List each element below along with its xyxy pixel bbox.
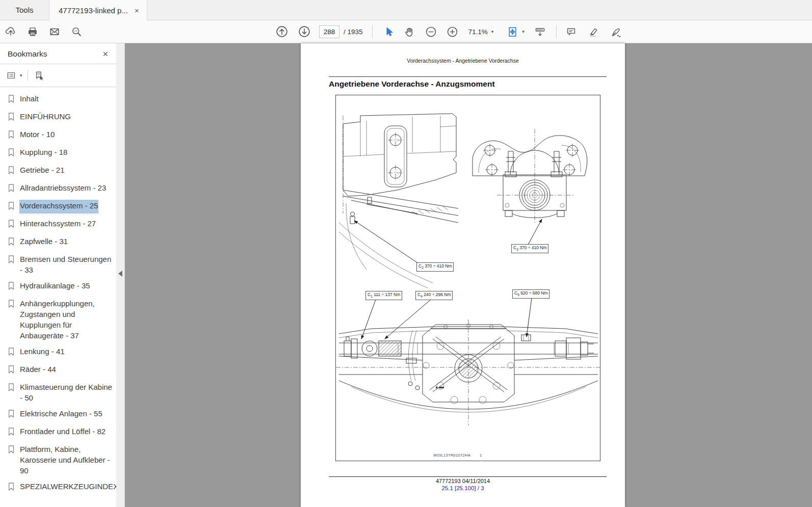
chevron-down-icon: ▾ <box>522 29 525 34</box>
footer-rule <box>329 476 607 477</box>
collapse-panel-icon[interactable] <box>118 271 122 277</box>
chevron-down-icon: ▾ <box>491 29 494 34</box>
print-button[interactable] <box>24 23 41 40</box>
zoom-out-button[interactable] <box>423 23 440 40</box>
torque-callout-c4: C4 240 ÷ 296 Nm <box>415 291 453 300</box>
bookmark-label: EINFÜHRUNG <box>20 111 71 124</box>
tab-tools[interactable]: Tools <box>0 0 49 20</box>
bookmark-item[interactable]: Frontlader und Löffel - 82 <box>0 423 116 441</box>
comment-bubble-icon <box>565 26 577 38</box>
footer-revision: 47772193 04/11/2014 <box>301 478 625 484</box>
zoom-level-dropdown[interactable]: 71.1% ▾ <box>468 28 494 36</box>
page-number-input[interactable] <box>319 25 339 38</box>
close-tab-icon[interactable]: × <box>133 6 141 15</box>
chevron-down-icon: ▾ <box>20 73 22 78</box>
document-canvas[interactable]: Vorderachssystem - Angetriebene Vorderac… <box>125 43 812 507</box>
running-header: Vorderachssystem - Angetriebene Vorderac… <box>301 58 625 64</box>
bookmark-item[interactable]: Anhängerkupplungen, Zugstangen und Kuppl… <box>0 296 116 343</box>
bookmark-item[interactable]: Allradantriebssystem - 23 <box>0 180 116 198</box>
email-button[interactable] <box>46 23 63 40</box>
bookmark-item[interactable]: Bremsen und Steuerungen - 33 <box>0 251 116 278</box>
torque-callout-c1: C1 111 ÷ 137 Nm <box>365 291 402 300</box>
bookmark-item[interactable]: Getriebe - 21 <box>0 162 116 180</box>
bookmark-label: Plattform, Kabine, Karosserie und Aufkle… <box>20 444 112 476</box>
figure-caption: MOIL13TR01072HA1 <box>336 453 580 458</box>
axle-assembly-drawing <box>336 319 601 425</box>
sign-button[interactable] <box>608 23 625 40</box>
hand-tool-button[interactable] <box>401 23 418 40</box>
bookmark-item[interactable]: Hinterachssystem - 27 <box>0 216 116 233</box>
bookmark-list: Inhalt EINFÜHRUNG Motor - 10 Kupplung - … <box>0 87 116 507</box>
comment-button[interactable] <box>563 23 580 40</box>
fit-page-dropdown[interactable]: ▾ <box>507 26 525 38</box>
tab-document-label: 47772193-linked p... <box>59 6 128 15</box>
hide-toolbar-button[interactable] <box>532 23 549 40</box>
bookmark-item[interactable]: Vorderachssystem - 25 <box>0 198 116 216</box>
goto-current-bookmark-button[interactable] <box>33 69 46 82</box>
tab-document[interactable]: 47772193-linked p... × <box>49 0 147 20</box>
next-page-button[interactable] <box>296 23 313 40</box>
bookmark-item[interactable]: EINFÜHRUNG <box>0 109 116 126</box>
bookmark-label: Vorderachssystem - 25 <box>20 200 98 213</box>
bookmark-icon <box>8 201 15 213</box>
bookmark-item[interactable]: Zapfwelle - 31 <box>0 233 116 251</box>
bookmark-icon <box>8 299 15 341</box>
bookmark-icon <box>8 365 15 377</box>
search-icon <box>71 26 82 37</box>
bookmark-icon <box>8 148 15 159</box>
bookmark-item[interactable]: Kupplung - 18 <box>0 144 116 162</box>
bookmark-label: Bremsen und Steuerungen - 33 <box>20 254 112 275</box>
panel-collapse-rail[interactable] <box>116 43 125 507</box>
highlighter-icon <box>588 26 599 38</box>
printer-icon <box>27 26 38 37</box>
bookmark-item[interactable]: Plattform, Kabine, Karosserie und Aufkle… <box>0 441 116 478</box>
search-button[interactable] <box>68 23 85 40</box>
header-rule <box>329 76 607 77</box>
panel-separator <box>28 70 28 81</box>
bookmark-label: Frontlader und Löffel - 82 <box>20 426 106 439</box>
fit-page-icon <box>507 26 518 38</box>
bookmark-item[interactable]: Hydraulikanlage - 35 <box>0 278 116 296</box>
bookmark-icon <box>8 94 15 106</box>
pdf-page: Vorderachssystem - Angetriebene Vorderac… <box>301 43 625 507</box>
page-title: Angetriebene Vorderachse - Anzugsmoment <box>329 79 495 89</box>
bookmark-label: Hinterachssystem - 27 <box>20 218 96 231</box>
bookmark-item[interactable]: Elektrische Anlagen - 55 <box>0 406 116 423</box>
bookmark-label: Elektrische Anlagen - 55 <box>20 408 102 421</box>
bookmarks-panel: Bookmarks × ▾ <box>0 43 116 507</box>
select-cursor-icon <box>383 26 394 37</box>
bookmark-icon <box>8 409 15 421</box>
bookmark-item[interactable]: Lenkung - 41 <box>0 343 116 361</box>
side-view-drawing <box>339 114 458 288</box>
bookmark-item[interactable]: Motor - 10 <box>0 126 116 144</box>
bookmark-options-button[interactable]: ▾ <box>6 70 22 81</box>
technical-drawing <box>336 95 601 461</box>
bookmark-item[interactable]: Räder - 44 <box>0 361 116 379</box>
previous-page-button[interactable] <box>273 23 291 40</box>
highlight-button[interactable] <box>585 23 603 40</box>
bookmark-label: Anhängerkupplungen, Zugstangen und Kuppl… <box>20 298 112 341</box>
select-tool-button[interactable] <box>380 23 397 40</box>
bookmark-icon <box>8 130 15 142</box>
page-total-label: / 1935 <box>344 28 363 36</box>
bookmark-label: Lenkung - 41 <box>20 346 65 359</box>
close-panel-icon[interactable]: × <box>102 49 108 59</box>
bookmark-icon <box>8 347 15 359</box>
callout-leader-lines <box>354 219 542 339</box>
torque-callout-c2: C2 370 ÷ 410 Nm <box>416 262 454 272</box>
bookmark-icon <box>8 255 15 275</box>
bookmark-item[interactable]: SPEZIALWERKZEUGINDEX <box>0 478 116 496</box>
bookmark-icon <box>8 482 15 494</box>
figure-frame: C2 370 ÷ 410 Nm C3 370 ÷ 410 Nm C1 111 ÷… <box>335 95 600 461</box>
bookmark-label: Hydraulikanlage - 35 <box>20 280 90 293</box>
bookmark-item[interactable]: Inhalt <box>0 91 116 109</box>
toolbar-separator <box>556 25 557 38</box>
bookmark-label: SPEZIALWERKZEUGINDEX <box>20 481 112 494</box>
share-upload-button[interactable] <box>2 23 19 40</box>
bookmark-item[interactable]: Klimasteuerung der Kabine - 50 <box>0 379 116 406</box>
zoom-in-button[interactable] <box>444 23 461 40</box>
collapse-toolbar-icon <box>534 26 546 38</box>
bookmark-label: Kupplung - 18 <box>20 147 67 159</box>
bookmark-icon <box>8 445 15 476</box>
fill-sign-pen-icon <box>610 26 622 38</box>
